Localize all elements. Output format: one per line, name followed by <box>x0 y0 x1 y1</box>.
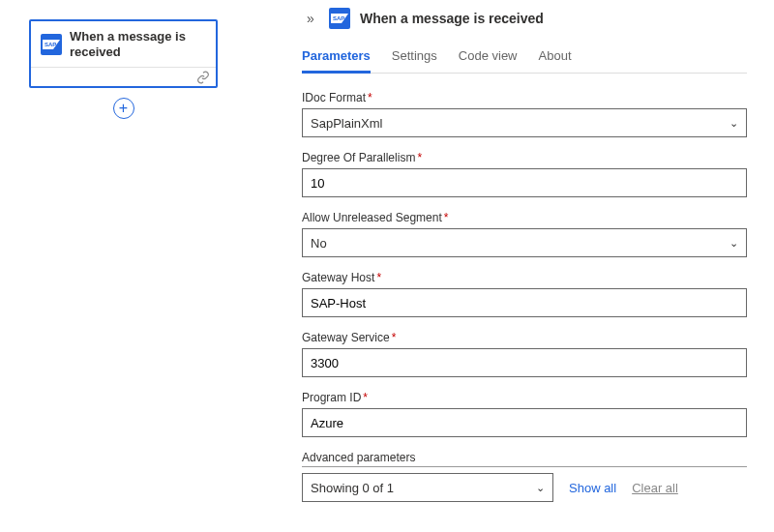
advanced-parameters-select[interactable]: Showing 0 of 1 ⌄ <box>302 473 553 502</box>
advanced-parameters-label: Advanced parameters <box>302 451 747 467</box>
input-gateway-host[interactable] <box>302 288 747 317</box>
field-allow-unreleased: Allow Unreleased Segment * No ⌄ <box>302 211 747 257</box>
label-text: Gateway Service <box>302 331 390 344</box>
select-value: No <box>311 236 327 251</box>
node-header: SAP When a message is received <box>31 21 216 67</box>
tab-bar: Parameters Settings Code view About <box>302 43 747 74</box>
details-panel: » SAP When a message is received Paramet… <box>290 0 774 532</box>
show-all-link[interactable]: Show all <box>569 481 616 495</box>
label-text: Degree Of Parallelism <box>302 151 415 164</box>
required-marker: * <box>376 271 381 284</box>
panel-header: » SAP When a message is received <box>302 8 747 29</box>
label-idoc-format: IDoc Format * <box>302 91 747 104</box>
field-gateway-host: Gateway Host * <box>302 271 747 317</box>
input-parallelism[interactable] <box>302 168 747 197</box>
add-step-rail: + <box>29 98 218 119</box>
label-text: Gateway Host <box>302 271 374 284</box>
required-marker: * <box>363 391 368 404</box>
label-text: IDoc Format <box>302 91 366 104</box>
select-allow-unreleased[interactable]: No ⌄ <box>302 228 747 257</box>
tab-code-view[interactable]: Code view <box>459 43 518 73</box>
tab-settings[interactable]: Settings <box>392 43 437 73</box>
label-gateway-host: Gateway Host * <box>302 271 747 284</box>
label-allow-unreleased: Allow Unreleased Segment * <box>302 211 747 224</box>
select-idoc-format[interactable]: SapPlainXml ⌄ <box>302 108 747 137</box>
select-value: SapPlainXml <box>311 116 382 131</box>
designer-canvas: SAP When a message is received + <box>0 0 290 532</box>
tab-about[interactable]: About <box>539 43 572 73</box>
field-program-id: Program ID * <box>302 391 747 437</box>
field-parallelism: Degree Of Parallelism * <box>302 151 747 197</box>
collapse-panel-button[interactable]: » <box>302 11 319 26</box>
node-title: When a message is received <box>70 29 206 59</box>
required-marker: * <box>392 331 397 344</box>
select-value: Showing 0 of 1 <box>311 481 394 495</box>
label-gateway-service: Gateway Service * <box>302 331 747 344</box>
tab-parameters[interactable]: Parameters <box>302 43 371 73</box>
clear-all-link[interactable]: Clear all <box>632 481 678 495</box>
label-text: Allow Unreleased Segment <box>302 211 442 224</box>
svg-text:SAP: SAP <box>45 42 56 47</box>
label-program-id: Program ID * <box>302 391 747 404</box>
sap-icon: SAP <box>329 8 350 29</box>
input-program-id[interactable] <box>302 408 747 437</box>
required-marker: * <box>368 91 372 104</box>
chevron-down-icon: ⌄ <box>536 482 545 494</box>
sap-icon: SAP <box>41 34 62 55</box>
chevron-down-icon: ⌄ <box>729 117 738 130</box>
advanced-row: Showing 0 of 1 ⌄ Show all Clear all <box>302 473 747 502</box>
label-text: Program ID <box>302 391 361 404</box>
field-idoc-format: IDoc Format * SapPlainXml ⌄ <box>302 91 747 137</box>
add-step-button[interactable]: + <box>113 98 134 119</box>
panel-title: When a message is received <box>360 11 544 26</box>
connection-icon <box>196 71 210 84</box>
svg-text:SAP: SAP <box>333 15 344 21</box>
required-marker: * <box>444 211 449 224</box>
required-marker: * <box>417 151 422 164</box>
field-gateway-service: Gateway Service * <box>302 331 747 377</box>
trigger-node[interactable]: SAP When a message is received <box>29 19 218 88</box>
parameters-form: IDoc Format * SapPlainXml ⌄ Degree Of Pa… <box>302 91 747 532</box>
input-gateway-service[interactable] <box>302 348 747 377</box>
chevron-down-icon: ⌄ <box>729 237 738 250</box>
node-footer <box>31 67 216 86</box>
label-parallelism: Degree Of Parallelism * <box>302 151 747 164</box>
